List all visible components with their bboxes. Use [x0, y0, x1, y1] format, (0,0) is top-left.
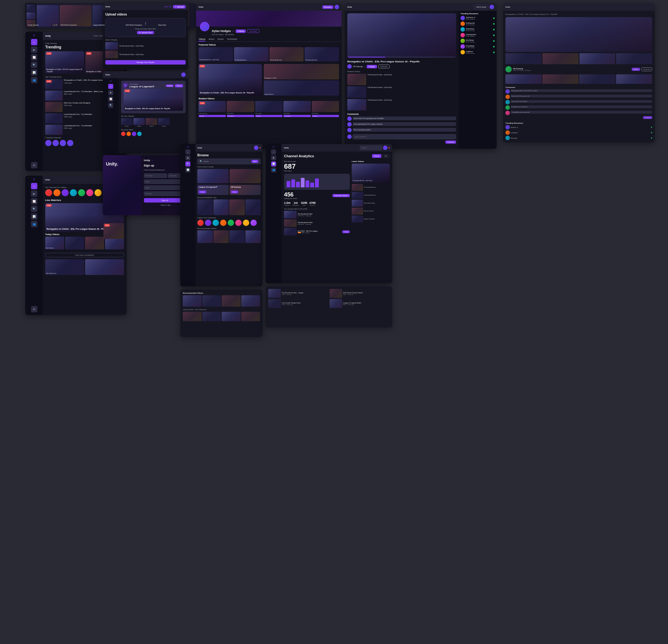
streamer-4[interactable]: GamingQueen 21.4K watching	[460, 33, 495, 38]
an-vid-row-2[interactable]: The Results Are New 1.8M views · 3 days …	[284, 219, 350, 227]
ex-vid-2[interactable]	[543, 74, 579, 84]
u8-follow-btn[interactable]: Follow	[231, 191, 239, 193]
back-to-login-btn[interactable]: ← Back to Login	[144, 204, 186, 206]
related-5[interactable]	[312, 101, 339, 112]
an-sidebar-home[interactable]: ⌂	[271, 149, 276, 154]
related-4[interactable]	[284, 101, 310, 112]
rec-vid-2[interactable]	[213, 230, 229, 243]
hc-sidebar-subs[interactable]: 👥	[31, 221, 37, 227]
comment-input-area[interactable]	[347, 134, 456, 139]
channel-av-2[interactable]	[52, 140, 59, 146]
live-mini-card[interactable]: LIVE	[103, 223, 124, 239]
streamer-2[interactable]: ProPlayer99 32.1K watching	[460, 21, 495, 26]
extra-main-vid[interactable]	[505, 17, 652, 52]
browse-new-btn[interactable]: New	[252, 160, 258, 163]
hc-sidebar-analytics[interactable]: 📊	[31, 213, 37, 220]
related-3[interactable]	[255, 101, 283, 112]
subscribe-watch-btn[interactable]: Subscribe	[378, 64, 390, 69]
first-name-input[interactable]	[144, 174, 167, 178]
lol-follow-btn[interactable]: Follow	[199, 191, 206, 193]
home-bottom-2[interactable]	[85, 259, 124, 275]
discover-1[interactable]	[121, 132, 125, 136]
top-ch-4[interactable]	[70, 189, 77, 196]
an-vid-row-3[interactable]: An CSGO - ESL Pro League LIVE 890K watch…	[284, 228, 350, 236]
sidebar-settings-icon[interactable]: ⚙	[31, 162, 37, 168]
follow-ch-6[interactable]	[235, 220, 242, 226]
follow-watch-btn[interactable]: Follow	[367, 65, 377, 69]
featured-big-video[interactable]: LIVE Renegades vs Chiefs - ESL Pro Leagu…	[199, 64, 262, 95]
login-input[interactable]	[144, 185, 186, 190]
br-sidebar-analytics[interactable]: 📊	[185, 167, 191, 173]
today-vid-1[interactable]: Game Stream	[45, 237, 64, 249]
subscribe-analytics-btn[interactable]: Subscribe Analytics	[332, 194, 350, 197]
hc-sidebar-browse[interactable]: 🔍	[31, 206, 37, 212]
featured-video-2[interactable]: The Results Are New	[234, 47, 269, 61]
message-channel-btn[interactable]: Message	[247, 29, 259, 33]
rec-3[interactable]	[229, 199, 245, 215]
find-more-btn[interactable]: Find more competitors	[45, 253, 124, 257]
pl-sidebar-home[interactable]: ⌂	[108, 84, 113, 89]
manage-playlist-btn[interactable]: Manage Your Playlist	[105, 60, 186, 64]
rec-4[interactable]	[245, 199, 261, 215]
channel-av-4[interactable]	[67, 140, 73, 146]
ex-str-1[interactable]: TopGamer_X	[505, 125, 652, 130]
upload-btn-top[interactable]: + Upload	[173, 5, 186, 9]
br-ext-1[interactable]	[183, 295, 202, 306]
tab-series[interactable]: Series	[217, 38, 224, 42]
latest-vid-1[interactable]: The Results Are New	[352, 184, 390, 191]
pl-item-3[interactable]: Playlist	[146, 118, 157, 127]
refresh-btn[interactable]: Refresh	[372, 154, 381, 158]
category-lol[interactable]: League of Legends® Follow	[197, 185, 229, 195]
ex-sm-2[interactable]	[543, 53, 578, 64]
follow-ch-3[interactable]	[213, 220, 219, 226]
latest-vid-2[interactable]: The Results Are New	[352, 192, 390, 199]
featured-sec-1[interactable]: Renegades vs Chiefs	[264, 64, 339, 79]
today-vid-3[interactable]	[85, 237, 104, 249]
pl-item-4[interactable]: Playlist	[158, 118, 169, 127]
filter-analytics-btn[interactable]: Filter	[382, 154, 390, 158]
top-ch-3[interactable]	[62, 189, 69, 196]
br-ext-8[interactable]	[241, 312, 260, 321]
br-ext-4[interactable]	[241, 295, 260, 306]
an-ext-4[interactable]: League of Legends Match 987K · 3 weeks a…	[330, 299, 390, 308]
ex-sm-3[interactable]	[579, 53, 616, 64]
pl-item-2[interactable]: Playlist	[134, 118, 145, 127]
br-ext-3[interactable]	[222, 295, 241, 306]
hc-sidebar-settings[interactable]: ⚙	[31, 306, 37, 312]
browse-channel-btn[interactable]: Browse	[322, 5, 333, 9]
ex-str-3[interactable]: StreamKing	[505, 136, 652, 140]
related-vid-3[interactable]: The Results Are New - Call of Duty	[347, 99, 456, 110]
pl-sidebar-trend[interactable]: 📈	[108, 96, 113, 102]
featured-video-4[interactable]: The Results Are New	[305, 47, 339, 61]
hc-sidebar-trend[interactable]: 📈	[31, 198, 37, 205]
an-ext-3[interactable]: Gun Creator Design Game 1.5M · 2 weeks a…	[268, 299, 329, 308]
pl-sidebar-browse[interactable]: 🔍	[108, 103, 113, 108]
upload-video-btn[interactable]: Or upload video	[137, 31, 154, 34]
rec-vid-3[interactable]	[229, 230, 245, 243]
main-video-player[interactable]	[347, 13, 456, 58]
submit-comment-btn[interactable]: Comment	[445, 140, 456, 144]
an-ext-1[interactable]: The Results Are New - League 3.4M · 5 da…	[268, 289, 329, 298]
sidebar-home-icon[interactable]: ⌂	[31, 39, 37, 45]
browse-search-bar[interactable]: 🔍 Search New	[197, 159, 261, 164]
discover-4[interactable]	[137, 132, 142, 136]
rec-2[interactable]	[213, 199, 229, 215]
streamer-1[interactable]: TopGamer_X 45.2K watching	[460, 16, 495, 20]
an-ext-2[interactable]: 2022 World Champs Stream 2.1M · 1 week a…	[330, 289, 390, 298]
top-ch-1[interactable]	[45, 189, 52, 196]
streamer-5[interactable]: ESLOfficial 18.7K watching	[460, 39, 495, 43]
category-u8[interactable]: U8 Gaming Follow	[230, 185, 261, 195]
streamer-7[interactable]: GoldRush 12.8K watching	[460, 50, 495, 55]
hc-sidebar-video[interactable]: ▶	[31, 191, 37, 197]
sidebar-video-icon[interactable]: ▶	[31, 46, 37, 53]
sidebar-browse-icon[interactable]: 🔍	[31, 62, 37, 68]
br-ext-2[interactable]	[202, 295, 222, 306]
search-result-1[interactable]	[197, 169, 229, 183]
br-ext-7[interactable]	[222, 312, 241, 321]
top-ch-2[interactable]	[54, 189, 60, 196]
playlist-featured-video[interactable]: LIVE Renegades vs Chiefs - ESL Pro Leagu…	[124, 89, 183, 111]
follow-ch-1[interactable]	[197, 220, 204, 226]
rec-1[interactable]	[197, 199, 213, 215]
related-vid-1[interactable]: The Results Are New - Call of Duty	[347, 74, 456, 85]
ex-vid-4[interactable]	[616, 74, 653, 84]
